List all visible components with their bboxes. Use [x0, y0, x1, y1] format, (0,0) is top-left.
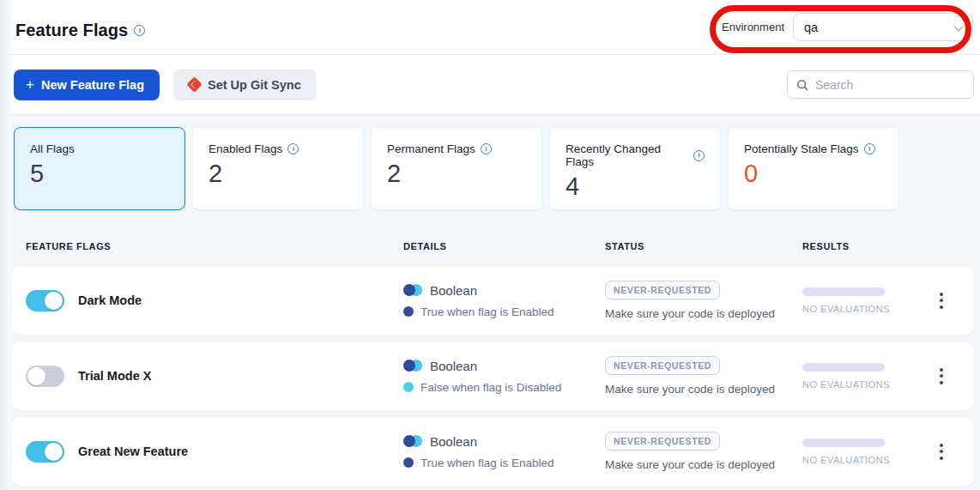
new-feature-flag-button[interactable]: + New Feature Flag	[14, 70, 160, 100]
table-row: Dark Mode Boolean True when flag is Enab…	[12, 266, 974, 335]
search-input[interactable]	[815, 78, 965, 92]
flag-toggle[interactable]	[26, 441, 64, 463]
variation-dot-icon	[403, 306, 414, 317]
title-wrap: Feature Flags i	[15, 21, 145, 40]
page-header: Feature Flags i Environment qa	[0, 0, 980, 55]
stat-card-recently-changed-flags[interactable]: Recently Changed Flags i 4	[549, 127, 721, 210]
title-info-icon[interactable]: i	[134, 25, 145, 36]
stat-label: Recently Changed Flags	[566, 142, 688, 168]
stat-value: 2	[209, 161, 348, 186]
flag-toggle[interactable]	[26, 366, 64, 387]
table-row: Trial Mode X Boolean False when flag is …	[12, 342, 974, 410]
status-badge: NEVER-REQUESTED	[605, 281, 720, 299]
column-header-status: STATUS	[591, 241, 789, 251]
environment-dropdown[interactable]: qa	[793, 13, 973, 41]
environment-selector: Environment qa	[722, 13, 973, 41]
new-feature-flag-label: New Feature Flag	[41, 78, 144, 92]
column-header-details: DETAILS	[390, 241, 591, 251]
table-header: FEATURE FLAGS DETAILS STATUS RESULTS	[12, 210, 980, 266]
stat-label: Permanent Flags	[387, 142, 475, 155]
search-box[interactable]	[787, 70, 974, 99]
status-badge: NEVER-REQUESTED	[605, 432, 720, 451]
info-icon[interactable]: i	[864, 143, 875, 154]
info-icon[interactable]: i	[481, 143, 492, 154]
toggle-knob	[45, 292, 63, 310]
toolbar: + New Feature Flag Set Up Git Sync	[0, 55, 980, 115]
stat-card-all-flags[interactable]: All Flags 5	[14, 127, 185, 210]
environment-value: qa	[804, 21, 818, 34]
status-text: Make sure your code is deployed	[605, 383, 789, 396]
stat-card-potentially-stale-flags[interactable]: Potentially Stale Flags i 0	[728, 127, 899, 210]
stat-value: 4	[566, 174, 705, 199]
evaluations-text: NO EVALUATIONS	[802, 304, 885, 314]
evaluations-text: NO EVALUATIONS	[802, 379, 885, 390]
stat-card-permanent-flags[interactable]: Permanent Flags i 2	[371, 127, 542, 210]
flag-toggle[interactable]	[26, 290, 64, 312]
status-text: Make sure your code is deployed	[605, 458, 789, 471]
toggle-knob	[45, 443, 63, 461]
stat-card-enabled-flags[interactable]: Enabled Flags i 2	[192, 127, 364, 210]
row-kebab-menu-icon[interactable]	[935, 363, 948, 390]
stat-value: 5	[30, 161, 169, 186]
boolean-type-icon	[403, 360, 422, 372]
environment-label: Environment	[722, 21, 784, 33]
search-icon	[796, 79, 808, 91]
info-icon[interactable]: i	[693, 150, 705, 161]
variation-text: True when flag is Enabled	[420, 305, 554, 318]
stat-label: All Flags	[30, 142, 75, 155]
flag-type-label: Boolean	[430, 359, 477, 373]
boolean-type-icon	[403, 284, 422, 296]
git-icon	[186, 76, 202, 92]
status-badge: NEVER-REQUESTED	[605, 356, 720, 375]
evaluations-text: NO EVALUATIONS	[802, 455, 885, 465]
set-up-git-sync-button[interactable]: Set Up Git Sync	[173, 70, 317, 100]
page-title: Feature Flags	[15, 21, 128, 40]
row-kebab-menu-icon[interactable]	[935, 439, 948, 465]
stat-value: 2	[387, 161, 526, 186]
stat-label: Enabled Flags	[209, 142, 282, 155]
variation-dot-icon	[403, 457, 414, 468]
row-kebab-menu-icon[interactable]	[935, 287, 948, 314]
evaluations-placeholder-bar	[802, 287, 885, 296]
boolean-type-icon	[403, 435, 422, 447]
evaluations-placeholder-bar	[802, 363, 885, 372]
stats-row: All Flags 5 Enabled Flags i 2 Permanent …	[14, 127, 980, 210]
column-header-feature-flags: FEATURE FLAGS	[12, 241, 390, 251]
variation-dot-icon	[403, 382, 414, 392]
flag-name[interactable]: Trial Mode X	[78, 369, 151, 383]
stat-label: Potentially Stale Flags	[744, 142, 859, 155]
page-left-edge-strip	[0, 0, 11, 490]
chevron-down-icon	[953, 21, 963, 31]
evaluations-placeholder-bar	[802, 439, 885, 447]
info-icon[interactable]: i	[287, 143, 299, 154]
flag-name[interactable]: Dark Mode	[78, 293, 142, 307]
flag-name[interactable]: Great New Feature	[78, 445, 188, 458]
toggle-knob	[27, 367, 45, 385]
content-area: All Flags 5 Enabled Flags i 2 Permanent …	[0, 115, 980, 490]
flag-type-label: Boolean	[430, 434, 477, 449]
variation-text: False when flag is Disabled	[420, 381, 561, 394]
stat-value: 0	[744, 161, 883, 186]
flag-type-label: Boolean	[430, 283, 477, 298]
column-header-results: RESULTS	[789, 241, 909, 251]
status-text: Make sure your code is deployed	[605, 307, 789, 320]
table-row: Great New Feature Boolean True when flag…	[12, 417, 974, 486]
plus-icon: +	[26, 77, 34, 92]
git-sync-label: Set Up Git Sync	[208, 78, 301, 92]
variation-text: True when flag is Enabled	[420, 457, 554, 469]
